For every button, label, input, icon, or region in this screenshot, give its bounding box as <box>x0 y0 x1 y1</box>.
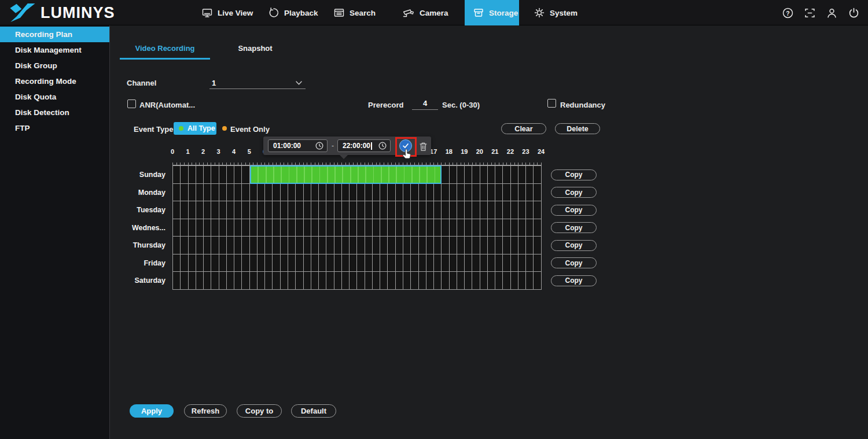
schedule-cell[interactable] <box>181 166 188 183</box>
schedule-cell[interactable] <box>465 184 472 201</box>
prerecord-input[interactable]: 4 <box>412 99 438 110</box>
schedule-cell[interactable] <box>419 184 426 201</box>
schedule-cell[interactable] <box>388 272 395 289</box>
schedule-cell[interactable] <box>526 166 534 183</box>
schedule-cell[interactable] <box>250 254 258 272</box>
schedule-cell[interactable] <box>350 254 357 272</box>
schedule-cell[interactable] <box>242 166 249 183</box>
schedule-cell[interactable] <box>234 184 242 201</box>
schedule-cell[interactable] <box>311 237 319 254</box>
schedule-cell[interactable] <box>342 184 350 201</box>
schedule-cell[interactable] <box>181 219 188 237</box>
schedule-cell[interactable] <box>480 272 488 289</box>
schedule-cell[interactable] <box>234 237 242 254</box>
schedule-cell[interactable] <box>518 166 526 183</box>
schedule-cell[interactable] <box>411 201 418 219</box>
schedule-cell[interactable] <box>396 184 403 201</box>
schedule-cell[interactable] <box>258 237 265 254</box>
schedule-cell[interactable] <box>388 237 395 254</box>
schedule-cell[interactable] <box>227 166 234 183</box>
schedule-cell[interactable] <box>442 219 449 237</box>
copy-button-wednes[interactable]: Copy <box>551 222 597 233</box>
schedule-cell[interactable] <box>480 219 488 237</box>
copy-button-saturday[interactable]: Copy <box>551 275 597 286</box>
copy-button-thursday[interactable]: Copy <box>551 240 597 251</box>
schedule-cell[interactable] <box>450 184 457 201</box>
schedule-cell[interactable] <box>196 201 204 219</box>
schedule-cell[interactable] <box>211 237 219 254</box>
schedule-cell[interactable] <box>204 272 211 289</box>
clock-icon[interactable] <box>315 142 323 150</box>
schedule-cell[interactable] <box>419 201 426 219</box>
schedule-cell[interactable] <box>380 272 388 289</box>
schedule-cell[interactable] <box>419 272 426 289</box>
schedule-cell[interactable] <box>450 201 457 219</box>
schedule-cell[interactable] <box>495 219 503 237</box>
schedule-cell[interactable] <box>457 201 465 219</box>
schedule-cell[interactable] <box>219 166 227 183</box>
schedule-cell[interactable] <box>403 201 411 219</box>
schedule-cell[interactable] <box>518 237 526 254</box>
schedule-cell[interactable] <box>434 201 442 219</box>
schedule-cell[interactable] <box>350 237 357 254</box>
schedule-cell[interactable] <box>365 272 373 289</box>
schedule-cell[interactable] <box>365 201 373 219</box>
nav-item-system[interactable]: System <box>534 0 578 25</box>
schedule-cell[interactable] <box>211 201 219 219</box>
schedule-cell[interactable] <box>488 184 495 201</box>
schedule-cell[interactable] <box>250 237 258 254</box>
sidebar-item-disk-quota[interactable]: Disk Quota <box>0 89 109 105</box>
schedule-cell[interactable] <box>380 254 388 272</box>
schedule-cell[interactable] <box>288 237 296 254</box>
schedule-cell[interactable] <box>296 272 303 289</box>
schedule-cell[interactable] <box>242 184 249 201</box>
schedule-cell[interactable] <box>488 201 495 219</box>
end-time-input[interactable]: 22:00:00 <box>337 139 391 152</box>
schedule-cell[interactable] <box>450 219 457 237</box>
schedule-cell[interactable] <box>273 201 280 219</box>
schedule-cell[interactable] <box>196 272 204 289</box>
schedule-cell[interactable] <box>288 184 296 201</box>
schedule-cell[interactable] <box>534 166 541 183</box>
help-icon[interactable]: ? <box>782 7 794 19</box>
schedule-cell[interactable] <box>288 272 296 289</box>
schedule-cell[interactable] <box>388 254 395 272</box>
schedule-cell[interactable] <box>273 219 280 237</box>
schedule-cell[interactable] <box>380 237 388 254</box>
schedule-cell[interactable] <box>457 219 465 237</box>
schedule-cell[interactable] <box>526 184 534 201</box>
schedule-cell[interactable] <box>265 272 273 289</box>
schedule-cell[interactable] <box>288 254 296 272</box>
event-only-label[interactable]: Event Only <box>230 125 270 134</box>
schedule-cell[interactable] <box>204 201 211 219</box>
schedule-cell[interactable] <box>503 254 510 272</box>
copy-button-sunday[interactable]: Copy <box>551 169 597 180</box>
schedule-row-thursday[interactable] <box>173 237 542 254</box>
schedule-cell[interactable] <box>434 254 442 272</box>
schedule-cell[interactable] <box>227 237 234 254</box>
schedule-cell[interactable] <box>173 272 181 289</box>
schedule-cell[interactable] <box>219 219 227 237</box>
schedule-cell[interactable] <box>457 272 465 289</box>
schedule-row-sunday[interactable] <box>173 166 542 184</box>
schedule-cell[interactable] <box>419 254 426 272</box>
schedule-cell[interactable] <box>488 166 495 183</box>
schedule-cell[interactable] <box>281 201 288 219</box>
schedule-cell[interactable] <box>242 237 249 254</box>
schedule-cell[interactable] <box>411 254 418 272</box>
event-type-all-type[interactable]: All Type <box>174 122 216 135</box>
schedule-cell[interactable] <box>296 237 303 254</box>
sidebar-item-disk-group[interactable]: Disk Group <box>0 58 109 73</box>
schedule-cell[interactable] <box>196 254 204 272</box>
event-only-dot-icon[interactable] <box>222 126 227 131</box>
schedule-cell[interactable] <box>526 201 534 219</box>
schedule-cell[interactable] <box>465 201 472 219</box>
schedule-cell[interactable] <box>242 254 249 272</box>
schedule-cell[interactable] <box>334 272 342 289</box>
schedule-cell[interactable] <box>426 184 434 201</box>
schedule-cell[interactable] <box>472 254 480 272</box>
schedule-cell[interactable] <box>411 237 418 254</box>
schedule-cell[interactable] <box>495 272 503 289</box>
schedule-cell[interactable] <box>250 272 258 289</box>
schedule-cell[interactable] <box>173 254 181 272</box>
